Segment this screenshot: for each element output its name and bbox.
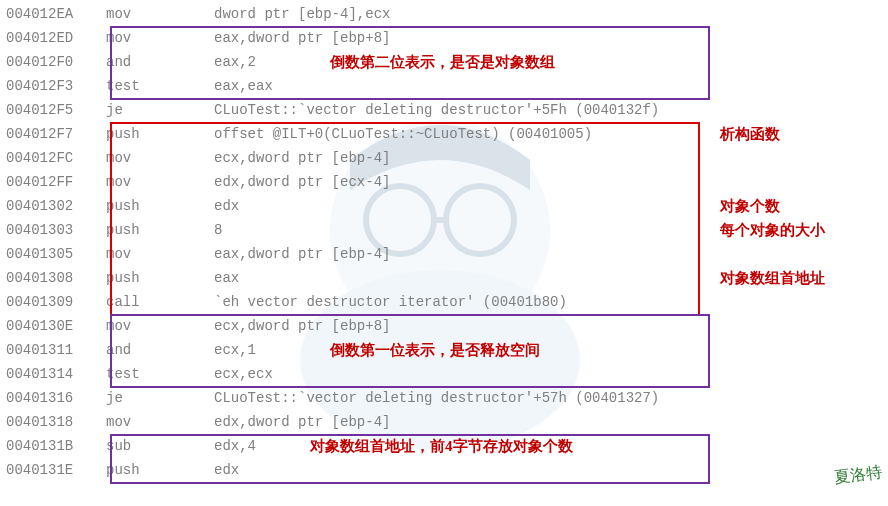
row-mnemonic: push	[106, 458, 214, 482]
row-mnemonic: mov	[106, 26, 214, 50]
asm-row: 00401309call`eh vector destructor iterat…	[6, 290, 888, 314]
row-operands: eax,dword ptr [ebp-4]	[214, 242, 390, 266]
row-addr: 00401302	[6, 194, 106, 218]
row-mnemonic: and	[106, 50, 214, 74]
row-addr: 004012FC	[6, 146, 106, 170]
asm-row: 00401302pushedx	[6, 194, 888, 218]
row-operands: 8	[214, 218, 222, 242]
asm-row: 004012F0andeax,2	[6, 50, 888, 74]
row-mnemonic: mov	[106, 146, 214, 170]
row-operands: edx,dword ptr [ecx-4]	[214, 170, 390, 194]
row-addr: 004012F0	[6, 50, 106, 74]
row-addr: 004012F7	[6, 122, 106, 146]
row-addr: 00401316	[6, 386, 106, 410]
disassembly-listing: 004012EAmovdword ptr [ebp-4],ecx 004012E…	[0, 0, 888, 482]
asm-row: 00401316jeCLuoTest::`vector deleting des…	[6, 386, 888, 410]
row-operands: CLuoTest::`vector deleting destructor'+5…	[214, 98, 659, 122]
row-mnemonic: call	[106, 290, 214, 314]
row-mnemonic: sub	[106, 434, 214, 458]
row-operands: edx,dword ptr [ebp-4]	[214, 410, 390, 434]
asm-row: 004012EDmoveax,dword ptr [ebp+8]	[6, 26, 888, 50]
row-operands: eax,dword ptr [ebp+8]	[214, 26, 390, 50]
asm-row: 004012EAmovdword ptr [ebp-4],ecx	[6, 2, 888, 26]
row-addr: 00401308	[6, 266, 106, 290]
row-mnemonic: test	[106, 362, 214, 386]
row-operands: offset @ILT+0(CLuoTest::~CLuoTest) (0040…	[214, 122, 592, 146]
asm-row: 004012F5jeCLuoTest::`vector deleting des…	[6, 98, 888, 122]
row-operands: ecx,ecx	[214, 362, 273, 386]
row-addr: 0040131B	[6, 434, 106, 458]
asm-row: 00401314testecx,ecx	[6, 362, 888, 386]
row-mnemonic: mov	[106, 170, 214, 194]
asm-row: 004012F3testeax,eax	[6, 74, 888, 98]
row-mnemonic: je	[106, 98, 214, 122]
row-mnemonic: mov	[106, 314, 214, 338]
row-operands: edx,4	[214, 434, 256, 458]
row-operands: ecx,1	[214, 338, 256, 362]
row-addr: 00401303	[6, 218, 106, 242]
row-addr: 00401309	[6, 290, 106, 314]
asm-row: 00401308pusheax	[6, 266, 888, 290]
row-operands: eax	[214, 266, 239, 290]
row-addr: 0040131E	[6, 458, 106, 482]
row-mnemonic: and	[106, 338, 214, 362]
asm-row: 0040131Bsubedx,4	[6, 434, 888, 458]
row-addr: 004012F5	[6, 98, 106, 122]
row-addr: 004012EA	[6, 2, 106, 26]
row-addr: 004012F3	[6, 74, 106, 98]
row-mnemonic: push	[106, 122, 214, 146]
row-mnemonic: mov	[106, 410, 214, 434]
asm-row: 0040131Epushedx	[6, 458, 888, 482]
row-addr: 00401311	[6, 338, 106, 362]
row-mnemonic: mov	[106, 2, 214, 26]
asm-row: 00401305moveax,dword ptr [ebp-4]	[6, 242, 888, 266]
row-operands: ecx,dword ptr [ebp+8]	[214, 314, 390, 338]
row-operands: ecx,dword ptr [ebp-4]	[214, 146, 390, 170]
asm-row: 00401318movedx,dword ptr [ebp-4]	[6, 410, 888, 434]
row-addr: 00401318	[6, 410, 106, 434]
row-addr: 004012ED	[6, 26, 106, 50]
row-operands: dword ptr [ebp-4],ecx	[214, 2, 390, 26]
row-operands: `eh vector destructor iterator' (00401b8…	[214, 290, 567, 314]
row-mnemonic: push	[106, 194, 214, 218]
row-addr: 00401305	[6, 242, 106, 266]
row-operands: eax,2	[214, 50, 256, 74]
asm-row: 004012FFmovedx,dword ptr [ecx-4]	[6, 170, 888, 194]
row-mnemonic: push	[106, 266, 214, 290]
row-operands: eax,eax	[214, 74, 273, 98]
asm-row: 004012FCmovecx,dword ptr [ebp-4]	[6, 146, 888, 170]
row-mnemonic: test	[106, 74, 214, 98]
row-operands: CLuoTest::`vector deleting destructor'+5…	[214, 386, 659, 410]
row-addr: 004012FF	[6, 170, 106, 194]
row-mnemonic: je	[106, 386, 214, 410]
row-mnemonic: mov	[106, 242, 214, 266]
row-addr: 0040130E	[6, 314, 106, 338]
row-addr: 00401314	[6, 362, 106, 386]
asm-row: 004012F7pushoffset @ILT+0(CLuoTest::~CLu…	[6, 122, 888, 146]
row-mnemonic: push	[106, 218, 214, 242]
asm-row: 0040130Emovecx,dword ptr [ebp+8]	[6, 314, 888, 338]
asm-row: 00401303push8	[6, 218, 888, 242]
asm-row: 00401311andecx,1	[6, 338, 888, 362]
row-operands: edx	[214, 194, 239, 218]
row-operands: edx	[214, 458, 239, 482]
